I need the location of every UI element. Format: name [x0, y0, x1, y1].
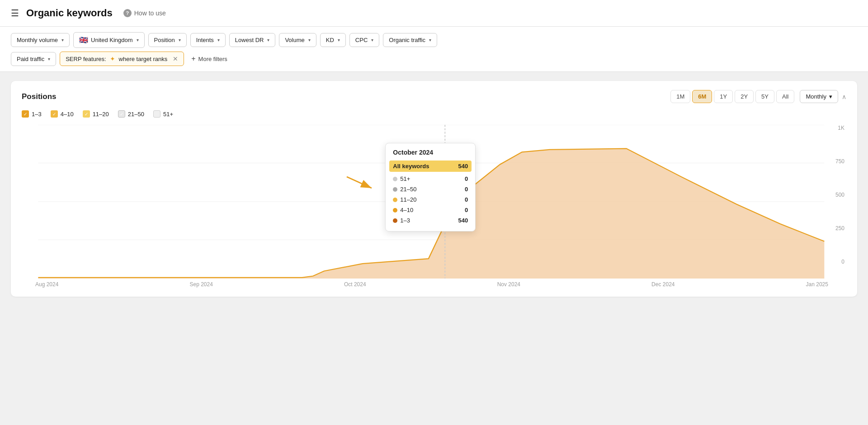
- tooltip-1-3-value: 540: [458, 217, 468, 224]
- app-header: ☰ Organic keywords ? How to use: [0, 0, 868, 27]
- checkbox-1-3[interactable]: ✓: [22, 110, 29, 118]
- chart-controls: 1M 6M 1Y 2Y 5Y All Monthly ▾ ∧: [670, 90, 846, 103]
- y-label-1k: 1K: [838, 125, 844, 131]
- volume-filter[interactable]: Volume ▾: [279, 33, 316, 47]
- y-axis-labels: 1K 750 500 250 0: [828, 125, 846, 265]
- intents-label: Intents: [196, 37, 214, 43]
- legend-label-21-50: 21–50: [128, 111, 144, 118]
- chevron-down-icon: ▾: [829, 93, 832, 100]
- tooltip-box: October 2024 All keywords 540 51+ 0: [385, 143, 476, 231]
- tooltip-dot-1-3: [393, 218, 397, 223]
- tooltip-row-4-10: 4–10 0: [393, 205, 468, 215]
- country-filter[interactable]: 🇬🇧 United Kingdom ▾: [73, 32, 145, 48]
- more-filters-button[interactable]: + More filters: [188, 52, 231, 66]
- chart-title: Positions: [22, 92, 57, 101]
- x-label-dec: Dec 2024: [651, 281, 675, 288]
- how-to-use-label: How to use: [134, 9, 166, 17]
- organic-traffic-filter[interactable]: Organic traffic ▾: [383, 33, 437, 47]
- tooltip-1-3-label: 1–3: [400, 217, 410, 224]
- time-1y-button[interactable]: 1Y: [714, 90, 733, 103]
- tooltip-51-plus-label: 51+: [400, 175, 410, 182]
- paid-traffic-label: Paid traffic: [17, 56, 44, 62]
- uk-flag-icon: 🇬🇧: [79, 36, 88, 44]
- legend-label-1-3: 1–3: [32, 111, 42, 118]
- position-label: Position: [154, 37, 175, 43]
- chevron-down-icon: ▾: [308, 38, 311, 42]
- tooltip-row-1-3: 1–3 540: [393, 215, 468, 226]
- lowest-dr-label: Lowest DR: [235, 37, 264, 43]
- legend-item-51-plus[interactable]: 51+: [153, 110, 173, 118]
- chevron-down-icon: ▾: [61, 38, 64, 42]
- plus-icon: +: [191, 55, 195, 63]
- legend-label-11-20: 11–20: [93, 111, 109, 118]
- chart-area: October 2024 All keywords 540 51+ 0: [22, 125, 846, 279]
- tooltip-11-20-value: 0: [465, 196, 468, 203]
- y-label-250: 250: [835, 225, 844, 231]
- chevron-down-icon: ▾: [429, 38, 431, 42]
- time-5y-button[interactable]: 5Y: [755, 90, 774, 103]
- tooltip-arrow-icon: [342, 168, 378, 195]
- time-2y-button[interactable]: 2Y: [735, 90, 754, 103]
- checkbox-51-plus[interactable]: [153, 110, 160, 118]
- x-label-aug: Aug 2024: [35, 281, 58, 288]
- tooltip-all-value: 540: [458, 163, 468, 170]
- volume-label: Volume: [285, 37, 304, 43]
- spark-icon: ✦: [110, 55, 115, 62]
- hamburger-icon[interactable]: ☰: [11, 8, 19, 19]
- legend-label-4-10: 4–10: [61, 111, 74, 118]
- x-label-nov: Nov 2024: [497, 281, 520, 288]
- organic-traffic-label: Organic traffic: [389, 37, 425, 43]
- close-icon[interactable]: ✕: [173, 55, 178, 62]
- tooltip-dot-21-50: [393, 187, 397, 192]
- legend-item-21-50[interactable]: ✓ 21–50: [118, 110, 144, 118]
- tooltip-row-51-plus: 51+ 0: [393, 174, 468, 184]
- cpc-filter[interactable]: CPC ▾: [349, 33, 379, 47]
- tooltip-dot-11-20: [393, 198, 397, 202]
- position-filter[interactable]: Position ▾: [148, 33, 187, 47]
- period-dropdown[interactable]: Monthly ▾: [800, 90, 838, 103]
- chevron-down-icon: ▾: [338, 38, 340, 42]
- time-1m-button[interactable]: 1M: [670, 90, 690, 103]
- chevron-down-icon: ▾: [179, 38, 181, 42]
- monthly-volume-filter[interactable]: Monthly volume ▾: [11, 33, 70, 47]
- tooltip-51-plus-value: 0: [465, 175, 468, 182]
- checkbox-21-50[interactable]: ✓: [118, 110, 125, 118]
- tooltip-21-50-label: 21–50: [400, 186, 416, 193]
- chevron-down-icon: ▾: [371, 38, 373, 42]
- chart-header: Positions 1M 6M 1Y 2Y 5Y All Monthly ▾ ∧: [22, 90, 846, 103]
- collapse-button[interactable]: ∧: [842, 93, 846, 100]
- x-label-jan: Jan 2025: [806, 281, 828, 288]
- x-axis-labels: Aug 2024 Sep 2024 Oct 2024 Nov 2024 Dec …: [22, 279, 846, 288]
- intents-filter[interactable]: Intents ▾: [190, 33, 226, 47]
- tooltip-row-all: All keywords 540: [389, 161, 472, 172]
- chevron-down-icon: ▾: [137, 38, 139, 42]
- tooltip-11-20-label: 11–20: [400, 196, 416, 203]
- y-label-500: 500: [835, 192, 844, 198]
- tooltip-row-21-50: 21–50 0: [393, 184, 468, 194]
- x-label-sep: Sep 2024: [189, 281, 212, 288]
- period-label: Monthly: [806, 93, 826, 100]
- tooltip-row-11-20: 11–20 0: [393, 194, 468, 205]
- time-all-button[interactable]: All: [776, 90, 794, 103]
- tooltip-21-50-value: 0: [465, 186, 468, 193]
- legend-item-11-20[interactable]: ✓ 11–20: [83, 110, 109, 118]
- legend-item-1-3[interactable]: ✓ 1–3: [22, 110, 42, 118]
- time-6m-button[interactable]: 6M: [692, 90, 712, 103]
- checkbox-4-10[interactable]: ✓: [51, 110, 58, 118]
- tooltip-4-10-label: 4–10: [400, 207, 413, 213]
- serp-features-filter[interactable]: SERP features: ✦ where target ranks ✕: [60, 52, 184, 66]
- checkbox-11-20[interactable]: ✓: [83, 110, 90, 118]
- y-label-750: 750: [835, 158, 844, 165]
- how-to-use-button[interactable]: ? How to use: [120, 7, 170, 19]
- lowest-dr-filter[interactable]: Lowest DR ▾: [229, 33, 276, 47]
- legend-label-51-plus: 51+: [163, 111, 173, 118]
- svg-line-6: [347, 177, 372, 188]
- legend-item-4-10[interactable]: ✓ 4–10: [51, 110, 74, 118]
- chevron-down-icon: ▾: [48, 57, 50, 61]
- serp-label: SERP features:: [66, 56, 106, 62]
- paid-traffic-filter[interactable]: Paid traffic ▾: [11, 52, 56, 66]
- tooltip-title: October 2024: [393, 149, 468, 156]
- kd-filter[interactable]: KD ▾: [320, 33, 346, 47]
- cpc-label: CPC: [355, 37, 368, 43]
- serp-value: where target ranks: [119, 56, 168, 62]
